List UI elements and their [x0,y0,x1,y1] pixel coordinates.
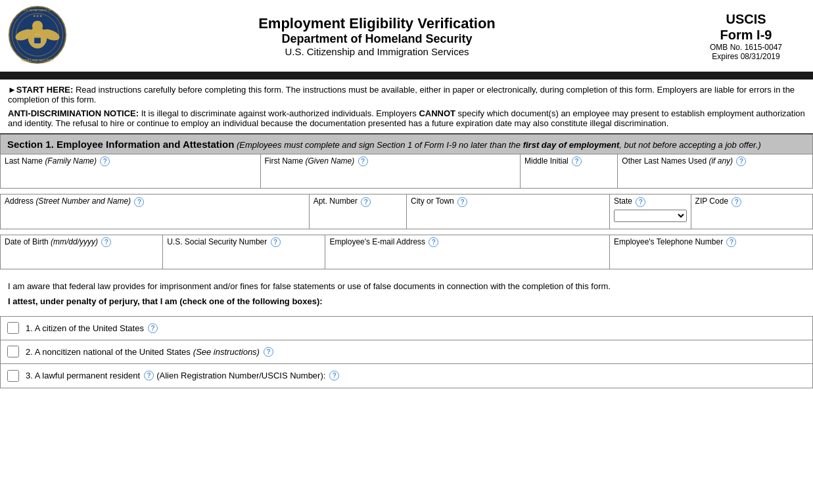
anti-disc-cannot: CANNOT [419,108,455,118]
apt-help-icon[interactable]: ? [361,197,371,207]
city-label: City or Town ? [411,196,605,206]
middle-initial-input-area [524,166,613,186]
apt-label: Apt. Number ? [314,196,402,206]
attestation-para1: I am aware that federal law provides for… [8,280,805,293]
ssn-label: U.S. Social Security Number ? [167,237,321,247]
zip-label: ZIP Code ? [695,196,808,206]
contact-row: Date of Birth (mm/dd/yyyy) ? U.S. Social… [1,235,813,269]
first-name-label: First Name (Given Name) ? [265,156,517,166]
anti-disc-label: ANTI-DISCRIMINATION NOTICE: [8,108,139,118]
address-row: Address (Street Number and Name) ? Apt. … [1,195,813,229]
attestation-block: I am aware that federal law provides for… [0,275,813,316]
email-help-icon[interactable]: ? [429,237,438,247]
lawful-resident-help-icon[interactable]: ? [144,371,154,380]
dob-cell: Date of Birth (mm/dd/yyyy) ? [1,235,163,269]
other-last-names-input-area [622,166,808,186]
start-here-label: ►START HERE: [8,85,73,95]
middle-initial-cell: Middle Initial ? [521,154,618,189]
noncitizen-national-help-icon[interactable]: ? [264,347,273,357]
ssn-cell: U.S. Social Security Number ? [163,235,325,269]
middle-initial-label: Middle Initial ? [524,156,613,166]
form-header: ★ ★ ★ HOMELAND SECURITY U.S. DEPARTMENT … [0,0,813,74]
email-input-area [329,247,605,267]
svg-text:HOMELAND SECURITY: HOMELAND SECURITY [21,59,54,62]
citizen-label: 1. A citizen of the United States ? [26,323,158,333]
first-name-input-area [265,166,517,186]
address-fields-table: Address (Street Number and Name) ? Apt. … [0,194,813,229]
checkbox-row-2: 2. A noncitizen national of the United S… [1,340,812,364]
dob-label: Date of Birth (mm/dd/yyyy) ? [5,237,158,247]
svg-text:U.S. DEPARTMENT OF: U.S. DEPARTMENT OF [23,9,52,12]
form-title-agency: U.S. Citizenship and Immigration Service… [80,46,674,57]
last-name-help-icon[interactable]: ? [100,156,110,166]
name-row: Last Name (Family Name) ? First Name (Gi… [1,154,813,189]
phone-help-icon[interactable]: ? [726,237,736,247]
contact-fields-table: Date of Birth (mm/dd/yyyy) ? U.S. Social… [0,235,813,269]
dob-help-icon[interactable]: ? [101,237,111,247]
citizen-help-icon[interactable]: ? [148,323,158,333]
citizenship-checkboxes: 1. A citizen of the United States ? 2. A… [0,316,813,388]
address-cell: Address (Street Number and Name) ? [1,195,310,229]
section1-header: Section 1. Employee Information and Atte… [0,134,813,154]
zip-cell: ZIP Code ? [691,195,812,229]
alien-number-help-icon[interactable]: ? [329,371,339,380]
form-id-block: USCIS Form I-9 OMB No. 1615-0047 Expires… [687,11,805,61]
lawful-permanent-resident-checkbox[interactable] [7,370,19,382]
svg-rect-8 [34,35,41,38]
anti-disc-text1: It is illegal to discriminate against wo… [139,108,419,118]
zip-input-area [695,207,808,227]
city-input-area [411,207,605,227]
instructions-block: ►START HERE: Read instructions carefully… [0,80,813,134]
email-label: Employee's E-mail Address ? [329,237,605,247]
lawful-permanent-resident-label: 3. A lawful permanent resident ? (Alien … [26,371,339,380]
other-last-names-help-icon[interactable]: ? [736,156,746,166]
middle-initial-help-icon[interactable]: ? [572,156,582,166]
thick-divider [0,74,813,80]
city-cell: City or Town ? [406,195,609,229]
apt-cell: Apt. Number ? [309,195,406,229]
email-cell: Employee's E-mail Address ? [325,235,610,269]
noncitizen-national-checkbox[interactable] [7,346,19,357]
section1-title: Section 1. Employee Information and Atte… [7,139,234,150]
attestation-para2: I attest, under penalty of perjury, that… [8,295,805,308]
last-name-label: Last Name (Family Name) ? [5,156,256,166]
section1-subtitle: (Employees must complete and sign Sectio… [234,140,761,150]
form-title-dept: Department of Homeland Security [80,32,674,46]
anti-discrimination-paragraph: ANTI-DISCRIMINATION NOTICE: It is illega… [8,108,805,128]
citizen-checkbox[interactable] [7,322,19,334]
header-title-block: Employment Eligibility Verification Depa… [67,15,687,57]
noncitizen-national-label: 2. A noncitizen national of the United S… [26,347,273,357]
other-last-names-cell: Other Last Names Used (if any) ? [618,154,813,189]
checkbox-row-3: 3. A lawful permanent resident ? (Alien … [1,364,812,388]
start-here-paragraph: ►START HERE: Read instructions carefully… [8,85,805,104]
ssn-help-icon[interactable]: ? [271,237,281,247]
state-cell: State ? AL AK AZ CA TX NY FL [609,195,691,229]
state-label: State ? [614,196,687,206]
phone-input-area [614,247,808,267]
form-title-main: Employment Eligibility Verification [80,15,674,32]
apt-input-area [314,207,402,227]
svg-text:★ ★ ★: ★ ★ ★ [33,14,43,18]
address-help-icon[interactable]: ? [134,197,144,207]
start-here-text: Read instructions carefully before compl… [8,85,795,104]
dhs-seal-logo: ★ ★ ★ HOMELAND SECURITY U.S. DEPARTMENT … [8,5,67,66]
last-name-cell: Last Name (Family Name) ? [1,154,261,189]
city-help-icon[interactable]: ? [457,197,467,207]
dob-input-area [5,247,158,267]
address-input-area [5,207,305,227]
svg-point-4 [32,20,43,31]
other-last-names-label: Other Last Names Used (if any) ? [622,156,808,166]
phone-label: Employee's Telephone Number ? [614,237,808,247]
checkbox-row-1: 1. A citizen of the United States ? [1,317,812,340]
name-fields-table: Last Name (Family Name) ? First Name (Gi… [0,154,813,189]
state-help-icon[interactable]: ? [636,197,645,207]
address-label: Address (Street Number and Name) ? [5,196,305,206]
last-name-input-area [5,166,256,186]
first-name-cell: First Name (Given Name) ? [260,154,521,189]
zip-help-icon[interactable]: ? [732,197,741,207]
omb-number: OMB No. 1615-0047 [687,43,805,52]
first-name-help-icon[interactable]: ? [358,156,368,166]
state-select[interactable]: AL AK AZ CA TX NY FL [614,210,687,222]
form-agency-name: USCIS Form I-9 [687,11,805,43]
expires-date: Expires 08/31/2019 [687,52,805,61]
